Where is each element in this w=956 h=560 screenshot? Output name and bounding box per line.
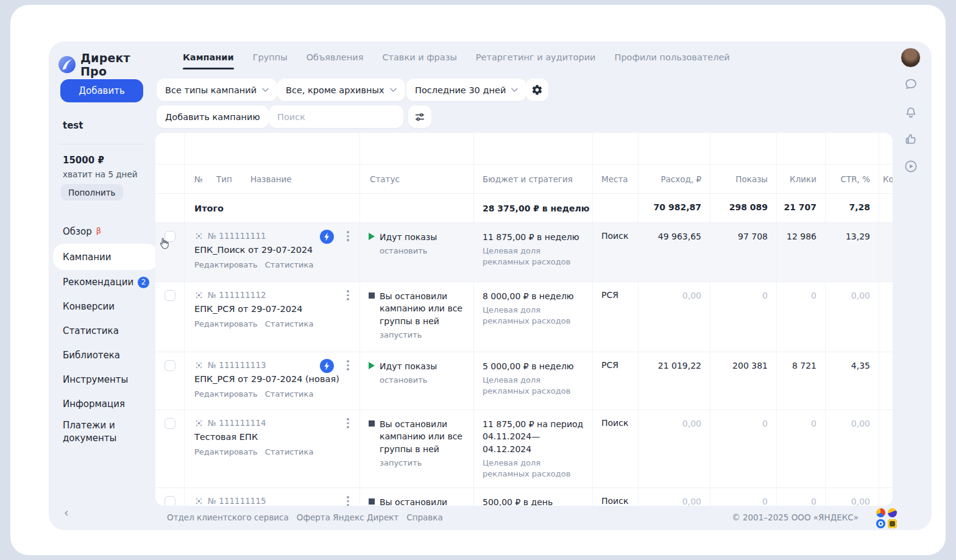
footer-link-help[interactable]: Справка [406,512,442,522]
budget: 500,00 ₽ в день [483,496,584,506]
sidebar-item-tools[interactable]: Инструменты [49,367,155,392]
table-top-row [155,133,893,165]
sidebar-item-payments[interactable]: Платежи и документы [49,416,155,452]
sidebar-item-conversions[interactable]: Конверсии [49,294,155,319]
chevron-down-icon [511,88,518,93]
chat-icon[interactable] [904,77,918,91]
sidebar-item-statistics[interactable]: Статистика [49,319,155,343]
stats-link[interactable]: Статистика [265,389,314,399]
strategy: Целевая доля рекламных расходов [483,246,584,268]
strategy: Целевая доля рекламных расходов [483,458,584,480]
col-name[interactable]: Название [250,174,292,184]
topup-button[interactable]: Пополнить [61,184,123,200]
campaign-row: № 111111113 ЕПК_РСЯ от 29-07-2024 (новая… [155,352,893,410]
totals-label: Итого [184,194,359,222]
sidebar-item-library[interactable]: Библиотека [49,343,155,367]
tab-bids[interactable]: Ставки и фразы [382,52,456,69]
add-campaign-button[interactable]: Добавить кампанию [157,105,269,128]
row-checkbox[interactable] [165,290,175,301]
collapse-sidebar-button[interactable]: ‹ [64,506,69,519]
row-checkbox[interactable] [165,418,175,429]
start-link[interactable]: запустить [380,330,465,339]
places: Поиск [592,223,638,282]
footer-link-offer[interactable]: Оферта Яндекс Директ [297,512,398,522]
campaigns-table: № Тип Название Статус Бюджет и стратегия… [155,133,893,506]
row-menu-button[interactable] [347,418,349,430]
edit-link[interactable]: Редактировать [194,260,258,269]
row-menu-button[interactable] [347,231,349,243]
tab-groups[interactable]: Группы [253,52,288,69]
shows: 200 381 [710,352,776,409]
add-button[interactable]: Добавить [60,79,143,102]
col-status[interactable]: Статус [359,165,473,193]
campaign-number: № 111111112 [208,290,266,300]
row-menu-button[interactable] [347,290,349,302]
stats-link[interactable]: Статистика [265,447,314,456]
totals-ctr: 7,28 [825,194,879,222]
play-circle-icon[interactable] [904,159,918,174]
status-text: Идут показы [380,231,437,243]
boost-badge-icon[interactable] [320,230,334,244]
budget: 5 000,00 ₽ в неделю [483,360,584,372]
totals-shows: 298 089 [710,194,776,222]
tab-retargeting[interactable]: Ретаргетинг и аудитории [476,52,596,69]
col-clicks[interactable]: Клики [776,165,825,193]
thumbs-up-icon[interactable] [904,132,918,146]
services-widget[interactable] [876,508,898,528]
archive-filter[interactable]: Все, кроме архивных [277,79,405,101]
campaign-number: № 111111114 [208,418,266,428]
edit-link[interactable]: Редактировать [194,389,258,399]
search-input[interactable] [269,105,403,128]
col-ctr[interactable]: CTR, % [825,165,879,193]
edit-link[interactable]: Редактировать [194,447,258,456]
campaign-type-filter[interactable]: Все типы кампаний [157,79,277,101]
row-menu-button[interactable] [347,360,349,372]
col-shows[interactable]: Показы [710,165,776,193]
tab-ads[interactable]: Объявления [306,52,364,69]
period-filter[interactable]: Последние 30 дней [406,79,526,101]
col-type[interactable]: Тип [216,174,232,184]
row-checkbox[interactable] [165,496,175,506]
sidebar-nav: Обзор β Кампании Рекомендации 2 Конверси… [49,219,155,452]
campaign-type-icon [194,232,204,241]
right-icon-rail [898,77,924,174]
tab-user-profiles[interactable]: Профили пользователей [615,52,730,69]
campaign-name[interactable]: ЕПК_РСЯ от 29-07-2024 (новая) [194,374,351,386]
row-menu-button[interactable] [347,496,349,506]
stop-link[interactable]: остановить [380,375,465,385]
advanced-filters-button[interactable] [408,105,431,128]
col-conversions[interactable]: Ко [879,165,893,193]
app-title: Директ Про [80,51,155,78]
start-link[interactable]: запустить [380,458,465,467]
strategy: Целевая доля рекламных расходов [483,375,584,397]
clicks: 0 [776,282,825,352]
notifications-bell-icon[interactable] [904,104,918,119]
status-running-icon [369,233,375,240]
row-checkbox[interactable] [165,360,175,371]
ctr: 13,29 [825,223,879,282]
col-cost[interactable]: Расход, ₽ [638,165,710,193]
stop-link[interactable]: остановить [380,246,465,255]
boost-badge-icon[interactable] [320,359,334,373]
stats-link[interactable]: Статистика [265,260,314,269]
sidebar-item-information[interactable]: Информация [49,392,155,416]
campaign-name[interactable]: ЕПК_РСЯ от 29-07-2024 [194,303,351,316]
col-places[interactable]: Места [592,165,638,193]
places: РСЯ [592,282,638,352]
col-number[interactable]: № [194,174,203,184]
cost: 21 019,22 [638,352,710,409]
app-logo: Директ Про [58,51,155,78]
sidebar-item-recommendations[interactable]: Рекомендации 2 [49,270,155,294]
sidebar-item-overview[interactable]: Обзор β [49,219,155,244]
campaign-name[interactable]: Тестовая ЕПК [194,431,351,444]
stats-link[interactable]: Статистика [265,319,314,328]
tab-campaigns[interactable]: Кампании [183,52,234,69]
cost: 0,00 [638,488,710,506]
col-budget[interactable]: Бюджет и стратегия [473,165,592,193]
sidebar-item-campaigns[interactable]: Кампании [53,244,158,270]
campaign-name[interactable]: ЕПК_Поиск от 29-07-2024 [194,244,351,257]
settings-button[interactable] [526,79,548,101]
footer-link-support[interactable]: Отдел клиентского сервиса [167,512,289,522]
edit-link[interactable]: Редактировать [194,319,258,328]
user-avatar[interactable] [901,48,921,68]
